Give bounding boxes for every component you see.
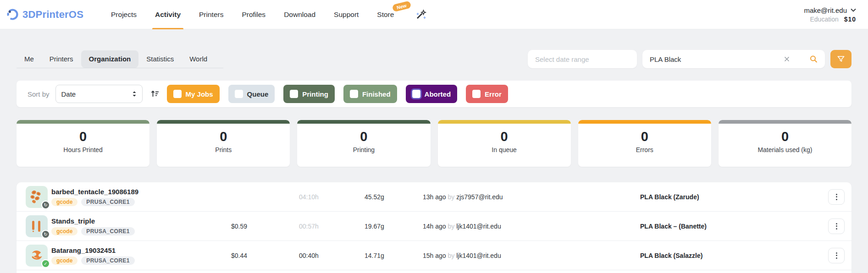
- magic-wand-button[interactable]: [415, 9, 427, 21]
- search-value: PLA Black: [650, 55, 681, 63]
- account-menu[interactable]: make@rit.edu: [804, 6, 856, 14]
- plan-label: Education: [810, 16, 838, 23]
- clear-search-button[interactable]: [784, 56, 790, 62]
- nav-item-download[interactable]: Download: [275, 0, 325, 29]
- job-title[interactable]: barbed_tentacle_19086189: [51, 188, 138, 196]
- filetype-badge: gcode: [51, 227, 77, 235]
- chip-label: Printing: [302, 90, 328, 98]
- user-email: make@rit.edu: [804, 6, 847, 14]
- nav-item-support[interactable]: Support: [325, 0, 368, 29]
- job-badges: gcode PRUSA_CORE1: [51, 227, 135, 235]
- chip-aborted[interactable]: Aborted: [406, 85, 458, 103]
- row-menu-button[interactable]: [828, 189, 845, 205]
- chip-my-jobs[interactable]: My Jobs: [167, 85, 220, 103]
- stat-value: 0: [297, 130, 430, 144]
- stat-bar: [297, 120, 430, 124]
- tab-me[interactable]: Me: [17, 50, 42, 68]
- tab-world[interactable]: World: [182, 50, 215, 68]
- stat-card-errors: 0 Errors: [578, 120, 711, 167]
- sort-by-label: Sort by: [28, 90, 50, 98]
- job-thumbnail: ↻: [26, 215, 48, 237]
- error-checkbox[interactable]: [472, 90, 481, 98]
- sort-field-value: Date: [61, 90, 76, 98]
- sort-filter-bar: Sort by Date My Jobs Queue Printing: [17, 81, 851, 107]
- finished-checkbox[interactable]: [350, 90, 358, 98]
- gcode-status-icon: ↻: [41, 201, 50, 209]
- chip-label: Finished: [362, 90, 391, 98]
- sort-direction-button[interactable]: [150, 89, 160, 99]
- search-input[interactable]: PLA Black: [642, 50, 825, 68]
- printer-badge: PRUSA_CORE1: [81, 227, 134, 235]
- job-badges: gcode PRUSA_CORE1: [51, 198, 138, 206]
- job-material-name: PLA Black (Salazzle): [640, 252, 702, 259]
- stat-value: 0: [578, 130, 711, 144]
- nav-item-profiles[interactable]: Profiles: [232, 0, 275, 29]
- stat-bar: [719, 120, 851, 124]
- stat-label: Hours Printed: [17, 146, 149, 153]
- stats-cards-row: 0 Hours Printed 0 Prints 0 Printing 0 In…: [17, 120, 851, 167]
- queue-checkbox[interactable]: [235, 90, 243, 98]
- by-label: by: [448, 252, 455, 259]
- table-row[interactable]: ✓ Batarang_19032451 gcode PRUSA_CORE1 $0…: [17, 241, 851, 270]
- stat-label: Printing: [297, 146, 430, 153]
- my-jobs-checkbox[interactable]: [173, 90, 182, 98]
- filter-button[interactable]: [830, 50, 851, 68]
- chip-error[interactable]: Error: [466, 85, 508, 103]
- new-badge: New: [392, 0, 411, 12]
- nav-item-activity[interactable]: Activity: [146, 0, 190, 29]
- brand-logo[interactable]: 3DPrinterOS: [6, 8, 83, 21]
- balance-amount[interactable]: $10: [844, 16, 856, 23]
- stat-value: 0: [157, 130, 290, 144]
- job-title[interactable]: Stands_triple: [51, 217, 135, 225]
- stat-label: In queue: [438, 146, 571, 153]
- table-row[interactable]: ↻ Stands_triple gcode PRUSA_CORE1 $0.59 …: [17, 212, 851, 241]
- date-range-input[interactable]: Select date range: [528, 50, 637, 68]
- job-print-time: 00:40h: [299, 252, 319, 259]
- sort-field-select[interactable]: Date: [55, 85, 143, 103]
- printer-badge: PRUSA_CORE1: [81, 257, 134, 265]
- stat-value: 0: [17, 130, 149, 144]
- job-owner-email: ljk1401@rit.edu: [456, 252, 501, 259]
- job-material-weight: 14.71g: [365, 252, 384, 259]
- stat-label: Errors: [578, 146, 711, 153]
- chip-printing[interactable]: Printing: [283, 85, 335, 103]
- chip-label: My Jobs: [186, 90, 213, 98]
- close-icon: [784, 56, 790, 62]
- row-menu-button[interactable]: [828, 248, 845, 263]
- jobs-list: ↻ barbed_tentacle_19086189 gcode PRUSA_C…: [17, 182, 851, 273]
- stat-label: Prints: [157, 146, 290, 153]
- status-filter-chips: My Jobs Queue Printing Finished Aborted …: [167, 85, 508, 103]
- job-title[interactable]: Batarang_19032451: [51, 246, 135, 254]
- stat-card-hours-printed: 0 Hours Printed: [17, 120, 149, 167]
- gcode-status-icon: ↻: [41, 230, 50, 239]
- chevron-down-icon: [851, 8, 856, 12]
- chip-queue[interactable]: Queue: [228, 85, 275, 103]
- sort-ascending-icon: [150, 89, 160, 99]
- stat-bar: [578, 120, 711, 124]
- tab-organization[interactable]: Organization: [81, 50, 139, 68]
- activity-tabs: Me Printers Organization Statistics Worl…: [17, 50, 223, 68]
- aborted-checkbox[interactable]: [412, 90, 420, 98]
- chip-finished[interactable]: Finished: [343, 85, 397, 103]
- stat-card-prints: 0 Prints: [157, 120, 290, 167]
- row-menu-button[interactable]: [828, 218, 845, 234]
- chip-label: Error: [485, 90, 502, 98]
- tab-printers[interactable]: Printers: [42, 50, 81, 68]
- stat-value: 0: [719, 130, 851, 144]
- job-ago: 14h ago: [423, 223, 446, 230]
- job-material-name: PLA Black (Zarude): [640, 193, 699, 201]
- stat-bar: [438, 120, 571, 124]
- search-submit-button[interactable]: [810, 55, 818, 63]
- table-row[interactable]: ↻ barbed_tentacle_19086189 gcode PRUSA_C…: [17, 182, 851, 212]
- stat-card-materials-used: 0 Materials used (kg): [719, 120, 851, 167]
- job-material-weight: 19.67g: [365, 223, 384, 230]
- brand-name: 3DPrinterOS: [22, 9, 83, 21]
- printing-checkbox[interactable]: [290, 90, 298, 98]
- nav-item-printers[interactable]: Printers: [190, 0, 232, 29]
- job-print-time: 04:10h: [299, 193, 319, 201]
- nav-item-projects[interactable]: Projects: [102, 0, 146, 29]
- nav-item-store[interactable]: Store New: [368, 0, 403, 29]
- tab-statistics[interactable]: Statistics: [138, 50, 182, 68]
- select-updown-icon: [132, 91, 137, 97]
- funnel-icon: [836, 55, 846, 64]
